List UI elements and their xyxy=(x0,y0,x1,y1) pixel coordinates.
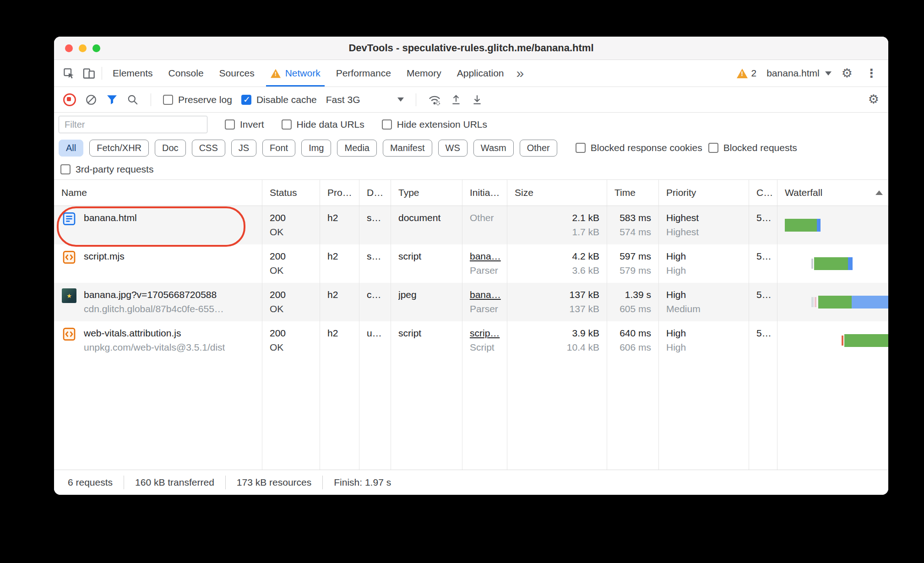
cell-connection: 5… xyxy=(749,244,777,283)
third-party-requests-checkbox[interactable]: 3rd-party requests xyxy=(60,164,153,175)
inspect-element-icon[interactable] xyxy=(59,60,79,87)
checkbox-unchecked xyxy=(282,119,292,130)
third-party-requests-label: 3rd-party requests xyxy=(76,164,153,175)
more-options-icon[interactable]: ⋮ xyxy=(863,66,880,81)
cell-domain: sp… xyxy=(359,244,391,283)
issues-warning-badge[interactable]: 2 xyxy=(737,68,757,79)
connection-id: 5… xyxy=(756,249,772,263)
resource-size: 3.6 kB xyxy=(572,263,599,277)
table-row-web-vitals[interactable]: web-vitals.attribution.js unpkg.com/web-… xyxy=(54,321,888,360)
column-header-waterfall[interactable]: Waterfall xyxy=(777,180,888,206)
priority: High xyxy=(666,287,743,302)
blocked-requests-checkbox[interactable]: Blocked requests xyxy=(708,142,797,153)
search-icon[interactable] xyxy=(127,94,139,106)
import-har-icon[interactable] xyxy=(450,94,462,106)
filter-chip-css[interactable]: CSS xyxy=(192,140,225,157)
preserve-log-checkbox[interactable]: Preserve log xyxy=(163,94,232,105)
initiator-link[interactable]: bana… xyxy=(470,287,501,302)
filter-icon[interactable] xyxy=(106,94,118,105)
cell-size: 2.1 kB 1.7 kB xyxy=(507,206,607,244)
zoom-window-button[interactable] xyxy=(92,44,100,52)
hide-extension-urls-label: Hide extension URLs xyxy=(397,119,487,130)
blocked-response-cookies-label: Blocked response cookies xyxy=(591,142,702,153)
cell-protocol: h2 xyxy=(320,244,359,283)
filter-chip-other[interactable]: Other xyxy=(520,140,557,157)
tab-memory[interactable]: Memory xyxy=(399,60,449,87)
settings-gear-icon[interactable]: ⚙ xyxy=(842,67,853,80)
column-header-time[interactable]: Time xyxy=(607,180,659,206)
filter-chip-wasm[interactable]: Wasm xyxy=(473,140,514,157)
filter-chip-manifest[interactable]: Manifest xyxy=(383,140,432,157)
column-header-protocol[interactable]: Pro… xyxy=(320,180,359,206)
disable-cache-checkbox[interactable]: Disable cache xyxy=(241,94,317,105)
cell-size: 4.2 kB 3.6 kB xyxy=(507,244,607,283)
clear-network-log-icon[interactable] xyxy=(85,94,97,106)
invert-checkbox[interactable]: Invert xyxy=(225,119,264,130)
window-titlebar: DevTools - speculative-rules.glitch.me/b… xyxy=(54,37,888,60)
page-selector-label: banana.html xyxy=(766,68,820,79)
initiator-link[interactable]: scrip… xyxy=(470,326,501,340)
hide-extension-urls-checkbox[interactable]: Hide extension URLs xyxy=(382,119,487,130)
page-context-selector[interactable]: banana.html xyxy=(766,68,832,79)
network-settings-gear-icon[interactable]: ⚙ xyxy=(868,93,879,106)
column-header-status[interactable]: Status xyxy=(262,180,320,206)
initiator-link[interactable]: bana… xyxy=(470,249,501,263)
column-header-connection[interactable]: C… xyxy=(749,180,777,206)
initial-priority: Medium xyxy=(666,302,743,316)
table-row-banana-html[interactable]: banana.html 200 OK h2 sp… document Other… xyxy=(54,206,888,244)
filter-chip-fetch-xhr[interactable]: Fetch/XHR xyxy=(89,140,149,157)
column-header-priority[interactable]: Priority xyxy=(659,180,749,206)
throttling-select[interactable]: Fast 3G xyxy=(326,94,404,105)
table-row-script-mjs[interactable]: script.mjs 200 OK h2 sp… script bana… Pa… xyxy=(54,244,888,283)
tab-console[interactable]: Console xyxy=(161,60,212,87)
tab-label: Memory xyxy=(407,68,441,79)
device-toolbar-icon[interactable] xyxy=(79,60,99,87)
cell-initiator: Other xyxy=(462,206,507,244)
network-conditions-icon[interactable] xyxy=(428,93,441,106)
tab-sources[interactable]: Sources xyxy=(212,60,262,87)
table-row-banana-jpg[interactable]: ★ banana.jpg?v=1705668720588 cdn.glitch.… xyxy=(54,283,888,321)
connection-id: 5… xyxy=(756,211,772,225)
filter-chip-all[interactable]: All xyxy=(59,140,83,157)
tabbar-spacer xyxy=(528,60,736,87)
blocked-response-cookies-checkbox[interactable]: Blocked response cookies xyxy=(576,142,702,153)
column-header-type[interactable]: Type xyxy=(391,180,462,206)
column-header-initiator[interactable]: Initia… xyxy=(462,180,507,206)
tab-network[interactable]: Network xyxy=(262,60,328,87)
filter-chip-font[interactable]: Font xyxy=(262,140,295,157)
cell-initiator: bana… Parser xyxy=(462,244,507,283)
filter-chip-js[interactable]: JS xyxy=(231,140,256,157)
export-har-icon[interactable] xyxy=(471,94,483,106)
desktop-background: DevTools - speculative-rules.glitch.me/b… xyxy=(0,0,924,563)
close-window-button[interactable] xyxy=(65,44,73,52)
cell-name: web-vitals.attribution.js unpkg.com/web-… xyxy=(54,321,262,360)
checkbox-unchecked xyxy=(382,119,392,130)
filter-chip-media[interactable]: Media xyxy=(337,140,376,157)
protocol: h2 xyxy=(327,287,353,302)
column-header-domain[interactable]: D… xyxy=(359,180,391,206)
network-summary-bar: 6 requests 160 kB transferred 173 kB res… xyxy=(54,470,888,495)
filter-input[interactable] xyxy=(59,116,207,133)
connection-id: 5… xyxy=(756,287,772,302)
cell-waterfall xyxy=(777,206,888,244)
tab-performance[interactable]: Performance xyxy=(328,60,399,87)
filter-chip-img[interactable]: Img xyxy=(301,140,331,157)
latency: 605 ms xyxy=(620,302,651,316)
column-label: C… xyxy=(756,187,773,198)
more-tabs-icon[interactable]: » xyxy=(511,60,528,87)
filter-chip-ws[interactable]: WS xyxy=(438,140,467,157)
column-header-name[interactable]: Name xyxy=(54,180,262,206)
tab-elements[interactable]: Elements xyxy=(105,60,161,87)
hide-data-urls-checkbox[interactable]: Hide data URLs xyxy=(282,119,364,130)
preserve-log-label: Preserve log xyxy=(178,94,232,105)
column-header-size[interactable]: Size xyxy=(507,180,607,206)
column-label: Status xyxy=(270,187,297,198)
tab-application[interactable]: Application xyxy=(449,60,512,87)
request-path: cdn.glitch.global/87b4c0fe-655… xyxy=(84,302,224,316)
filter-chip-doc[interactable]: Doc xyxy=(155,140,186,157)
request-name: web-vitals.attribution.js xyxy=(84,326,225,340)
devtools-tabbar: Elements Console Sources Network Perform… xyxy=(54,60,888,87)
minimize-window-button[interactable] xyxy=(79,44,87,52)
record-network-log-button[interactable] xyxy=(63,93,76,106)
waterfall-download-bar xyxy=(844,334,888,347)
